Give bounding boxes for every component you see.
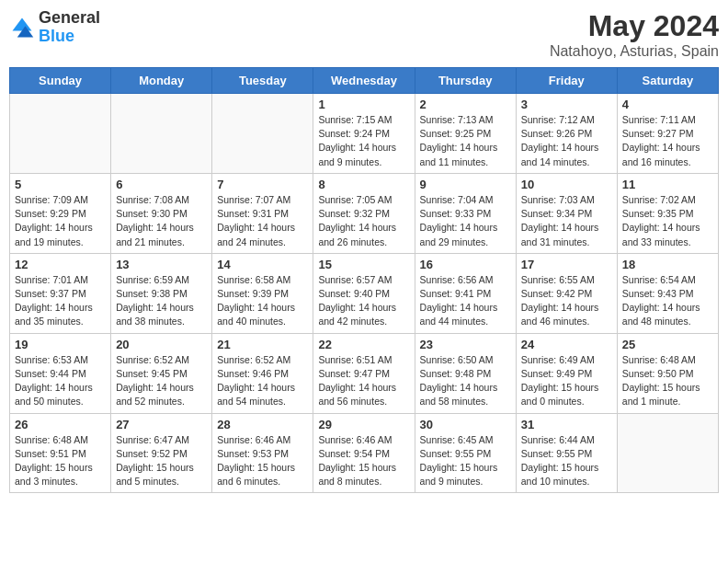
day-info: Sunrise: 7:01 AM Sunset: 9:37 PM Dayligh… bbox=[15, 273, 106, 329]
location: Natahoyo, Asturias, Spain bbox=[550, 43, 719, 60]
day-cell: 13Sunrise: 6:59 AM Sunset: 9:38 PM Dayli… bbox=[111, 253, 212, 333]
day-header-sunday: Sunday bbox=[10, 68, 111, 94]
day-info: Sunrise: 6:46 AM Sunset: 9:54 PM Dayligh… bbox=[318, 433, 409, 489]
day-cell: 22Sunrise: 6:51 AM Sunset: 9:47 PM Dayli… bbox=[313, 333, 415, 413]
day-cell bbox=[212, 94, 313, 174]
day-cell: 19Sunrise: 6:53 AM Sunset: 9:44 PM Dayli… bbox=[10, 333, 111, 413]
day-cell: 7Sunrise: 7:07 AM Sunset: 9:31 PM Daylig… bbox=[212, 173, 313, 253]
logo-blue: Blue bbox=[39, 27, 74, 45]
day-cell: 2Sunrise: 7:13 AM Sunset: 9:25 PM Daylig… bbox=[415, 94, 516, 174]
day-number: 5 bbox=[15, 178, 106, 191]
day-info: Sunrise: 6:49 AM Sunset: 9:49 PM Dayligh… bbox=[521, 353, 612, 409]
day-number: 15 bbox=[318, 258, 409, 271]
week-row-2: 5Sunrise: 7:09 AM Sunset: 9:29 PM Daylig… bbox=[10, 173, 719, 253]
day-number: 13 bbox=[116, 258, 207, 271]
day-cell: 11Sunrise: 7:02 AM Sunset: 9:35 PM Dayli… bbox=[617, 173, 718, 253]
day-number: 14 bbox=[217, 258, 308, 271]
day-info: Sunrise: 6:52 AM Sunset: 9:46 PM Dayligh… bbox=[217, 353, 308, 409]
title-block: May 2024 Natahoyo, Asturias, Spain bbox=[550, 9, 719, 60]
day-cell: 23Sunrise: 6:50 AM Sunset: 9:48 PM Dayli… bbox=[415, 333, 516, 413]
day-number: 21 bbox=[217, 338, 308, 351]
day-info: Sunrise: 6:47 AM Sunset: 9:52 PM Dayligh… bbox=[116, 433, 207, 489]
day-cell: 3Sunrise: 7:12 AM Sunset: 9:26 PM Daylig… bbox=[516, 94, 617, 174]
page-header: General Blue May 2024 Natahoyo, Asturias… bbox=[9, 9, 719, 60]
logo-icon bbox=[9, 15, 35, 40]
day-cell: 4Sunrise: 7:11 AM Sunset: 9:27 PM Daylig… bbox=[617, 94, 718, 174]
day-info: Sunrise: 7:15 AM Sunset: 9:24 PM Dayligh… bbox=[318, 113, 409, 169]
day-number: 19 bbox=[15, 338, 106, 351]
day-number: 10 bbox=[521, 178, 612, 191]
day-info: Sunrise: 6:52 AM Sunset: 9:45 PM Dayligh… bbox=[116, 353, 207, 409]
day-info: Sunrise: 7:11 AM Sunset: 9:27 PM Dayligh… bbox=[622, 113, 713, 169]
day-cell bbox=[617, 413, 718, 493]
day-info: Sunrise: 7:08 AM Sunset: 9:30 PM Dayligh… bbox=[116, 193, 207, 249]
day-number: 8 bbox=[318, 178, 409, 191]
day-cell: 12Sunrise: 7:01 AM Sunset: 9:37 PM Dayli… bbox=[10, 253, 111, 333]
week-row-3: 12Sunrise: 7:01 AM Sunset: 9:37 PM Dayli… bbox=[10, 253, 719, 333]
day-number: 11 bbox=[622, 178, 713, 191]
day-number: 9 bbox=[420, 178, 511, 191]
day-info: Sunrise: 7:02 AM Sunset: 9:35 PM Dayligh… bbox=[622, 193, 713, 249]
day-cell: 15Sunrise: 6:57 AM Sunset: 9:40 PM Dayli… bbox=[313, 253, 415, 333]
day-cell: 25Sunrise: 6:48 AM Sunset: 9:50 PM Dayli… bbox=[617, 333, 718, 413]
day-info: Sunrise: 6:53 AM Sunset: 9:44 PM Dayligh… bbox=[15, 353, 106, 409]
day-number: 12 bbox=[15, 258, 106, 271]
day-cell: 10Sunrise: 7:03 AM Sunset: 9:34 PM Dayli… bbox=[516, 173, 617, 253]
day-info: Sunrise: 7:05 AM Sunset: 9:32 PM Dayligh… bbox=[318, 193, 409, 249]
day-cell: 26Sunrise: 6:48 AM Sunset: 9:51 PM Dayli… bbox=[10, 413, 111, 493]
week-row-4: 19Sunrise: 6:53 AM Sunset: 9:44 PM Dayli… bbox=[10, 333, 719, 413]
day-number: 20 bbox=[116, 338, 207, 351]
day-cell: 27Sunrise: 6:47 AM Sunset: 9:52 PM Dayli… bbox=[111, 413, 212, 493]
logo-text: General Blue bbox=[39, 9, 100, 46]
day-cell: 18Sunrise: 6:54 AM Sunset: 9:43 PM Dayli… bbox=[617, 253, 718, 333]
day-info: Sunrise: 6:48 AM Sunset: 9:50 PM Dayligh… bbox=[622, 353, 713, 409]
day-info: Sunrise: 7:09 AM Sunset: 9:29 PM Dayligh… bbox=[15, 193, 106, 249]
day-header-wednesday: Wednesday bbox=[313, 68, 415, 94]
day-cell: 6Sunrise: 7:08 AM Sunset: 9:30 PM Daylig… bbox=[111, 173, 212, 253]
day-info: Sunrise: 6:50 AM Sunset: 9:48 PM Dayligh… bbox=[420, 353, 511, 409]
day-number: 1 bbox=[318, 98, 409, 111]
day-info: Sunrise: 6:54 AM Sunset: 9:43 PM Dayligh… bbox=[622, 273, 713, 329]
day-cell bbox=[111, 94, 212, 174]
day-cell: 8Sunrise: 7:05 AM Sunset: 9:32 PM Daylig… bbox=[313, 173, 415, 253]
calendar-table: SundayMondayTuesdayWednesdayThursdayFrid… bbox=[9, 67, 719, 493]
day-cell: 24Sunrise: 6:49 AM Sunset: 9:49 PM Dayli… bbox=[516, 333, 617, 413]
day-number: 17 bbox=[521, 258, 612, 271]
day-cell: 31Sunrise: 6:44 AM Sunset: 9:55 PM Dayli… bbox=[516, 413, 617, 493]
day-number: 24 bbox=[521, 338, 612, 351]
day-info: Sunrise: 6:45 AM Sunset: 9:55 PM Dayligh… bbox=[420, 433, 511, 489]
day-number: 30 bbox=[420, 418, 511, 431]
day-number: 23 bbox=[420, 338, 511, 351]
day-cell: 17Sunrise: 6:55 AM Sunset: 9:42 PM Dayli… bbox=[516, 253, 617, 333]
day-cell: 14Sunrise: 6:58 AM Sunset: 9:39 PM Dayli… bbox=[212, 253, 313, 333]
day-number: 2 bbox=[420, 98, 511, 111]
day-number: 29 bbox=[318, 418, 409, 431]
day-info: Sunrise: 6:51 AM Sunset: 9:47 PM Dayligh… bbox=[318, 353, 409, 409]
day-cell: 20Sunrise: 6:52 AM Sunset: 9:45 PM Dayli… bbox=[111, 333, 212, 413]
day-info: Sunrise: 6:44 AM Sunset: 9:55 PM Dayligh… bbox=[521, 433, 612, 489]
day-cell: 1Sunrise: 7:15 AM Sunset: 9:24 PM Daylig… bbox=[313, 94, 415, 174]
day-cell: 21Sunrise: 6:52 AM Sunset: 9:46 PM Dayli… bbox=[212, 333, 313, 413]
day-number: 27 bbox=[116, 418, 207, 431]
day-cell: 9Sunrise: 7:04 AM Sunset: 9:33 PM Daylig… bbox=[415, 173, 516, 253]
logo: General Blue bbox=[9, 9, 100, 46]
day-number: 28 bbox=[217, 418, 308, 431]
day-info: Sunrise: 7:12 AM Sunset: 9:26 PM Dayligh… bbox=[521, 113, 612, 169]
day-info: Sunrise: 7:04 AM Sunset: 9:33 PM Dayligh… bbox=[420, 193, 511, 249]
day-header-monday: Monday bbox=[111, 68, 212, 94]
day-info: Sunrise: 7:13 AM Sunset: 9:25 PM Dayligh… bbox=[420, 113, 511, 169]
week-row-1: 1Sunrise: 7:15 AM Sunset: 9:24 PM Daylig… bbox=[10, 94, 719, 174]
day-number: 22 bbox=[318, 338, 409, 351]
week-row-5: 26Sunrise: 6:48 AM Sunset: 9:51 PM Dayli… bbox=[10, 413, 719, 493]
day-header-friday: Friday bbox=[516, 68, 617, 94]
day-info: Sunrise: 6:56 AM Sunset: 9:41 PM Dayligh… bbox=[420, 273, 511, 329]
day-cell bbox=[10, 94, 111, 174]
day-header-thursday: Thursday bbox=[415, 68, 516, 94]
day-cell: 29Sunrise: 6:46 AM Sunset: 9:54 PM Dayli… bbox=[313, 413, 415, 493]
logo-general: General bbox=[39, 8, 100, 27]
days-header-row: SundayMondayTuesdayWednesdayThursdayFrid… bbox=[10, 68, 719, 94]
day-info: Sunrise: 6:59 AM Sunset: 9:38 PM Dayligh… bbox=[116, 273, 207, 329]
day-number: 6 bbox=[116, 178, 207, 191]
day-cell: 16Sunrise: 6:56 AM Sunset: 9:41 PM Dayli… bbox=[415, 253, 516, 333]
day-header-saturday: Saturday bbox=[617, 68, 718, 94]
